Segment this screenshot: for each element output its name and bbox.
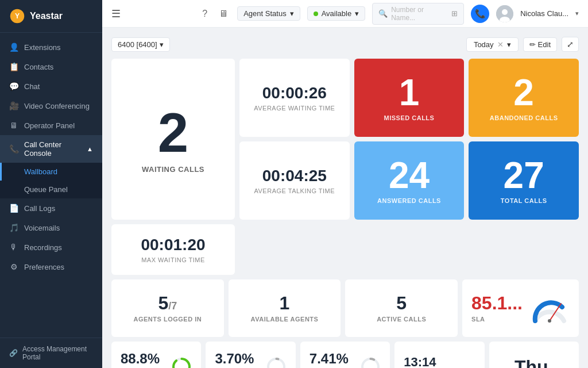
answered-calls-card: 24 ANSWERED CALLS	[354, 141, 465, 220]
sidebar-item-voicemails[interactable]: 🎵 Voicemails	[0, 218, 102, 237]
sidebar-label-callcenter: Call Center Console	[24, 140, 81, 158]
sidebar-item-queue-panel[interactable]: Queue Panel	[0, 181, 102, 198]
ext-arrow-icon: ▾	[160, 40, 164, 49]
abandoned-calls-number: 2	[513, 74, 534, 111]
svg-point-11	[362, 359, 378, 368]
agents-logged-in-label: AGENTS LOGGED IN	[134, 316, 202, 323]
date-arrow-icon: ▾	[507, 40, 511, 49]
topbar: ☰ ? 🖥 Agent Status ▾ Available ▾ 🔍 Numbe…	[102, 0, 588, 28]
contacts-icon: 📋	[9, 62, 18, 71]
date-clear-icon: ✕	[497, 40, 504, 49]
sidebar-item-extensions[interactable]: 👤 Extensions	[0, 37, 102, 57]
sidebar-item-recordings[interactable]: 🎙 Recordings	[0, 237, 102, 257]
access-management-portal[interactable]: 🔗 Access Management Portal	[0, 338, 102, 368]
search-box[interactable]: 🔍 Number or Name... ⊞	[372, 3, 464, 25]
metrics-row: 88.8% ANSWERED RATE 3.70% MISSED RATE	[111, 342, 579, 368]
sidebar-item-preferences[interactable]: ⚙ Preferences	[0, 257, 102, 277]
video-icon: 🎥	[9, 101, 18, 110]
active-calls-card: 5 ACTIVE CALLS	[345, 279, 458, 337]
monitor-icon[interactable]: 🖥	[216, 6, 230, 21]
operator-icon: 🖥	[9, 121, 18, 130]
portal-icon: 🔗	[9, 349, 18, 357]
call-center-submenu: Wallboard Queue Panel	[0, 163, 102, 198]
sla-card: 85.1... SLA	[462, 279, 579, 337]
sidebar-item-chat[interactable]: 💬 Chat	[0, 76, 102, 96]
avg-talking-label: AVERAGE TALKING TIME	[254, 187, 335, 194]
sidebar-item-call-center[interactable]: 📞 Call Center Console ▲	[0, 135, 102, 163]
day-card: Thu.	[489, 342, 579, 368]
abandoned-calls-label: ABANDONED CALLS	[490, 114, 558, 121]
available-agents-label: AVAILABLE AGENTS	[251, 316, 319, 323]
max-waiting-value: 00:01:20	[141, 236, 205, 254]
day-label: Thu.	[514, 356, 554, 369]
sidebar-item-call-logs[interactable]: 📄 Call Logs	[0, 198, 102, 218]
voicemail-icon: 🎵	[9, 223, 18, 232]
recordings-icon: 🎙	[9, 243, 18, 252]
sidebar-label-video: Video Conferencing	[24, 102, 90, 110]
svg-point-9	[268, 359, 284, 368]
active-calls-value: 5	[396, 294, 407, 312]
logo-icon: Y	[9, 8, 25, 24]
max-waiting-label: MAX WAITING TIME	[141, 256, 205, 263]
avg-waiting-value: 00:00:26	[262, 84, 327, 102]
extension-selector[interactable]: 6400 [6400] ▾	[111, 37, 170, 52]
max-waiting-time-card: 00:01:20 MAX WAITING TIME	[111, 224, 235, 275]
edit-pencil-icon: ✏	[529, 40, 536, 49]
extensions-icon: 👤	[9, 43, 18, 52]
datetime-card: 13:14 05/13/2021	[394, 342, 484, 368]
extension-value: 6400 [6400]	[118, 40, 157, 49]
bottom-stats: 5/7 AGENTS LOGGED IN 1 AVAILABLE AGENTS …	[111, 279, 579, 337]
waiting-calls-card: 2 WAITING CALLS	[111, 59, 235, 220]
svg-point-3	[502, 9, 508, 15]
sidebar-label-extensions: Extensions	[24, 43, 61, 52]
waiting-calls-number: 2	[158, 105, 188, 160]
avail-arrow-icon: ▾	[355, 9, 359, 18]
sla-value: 85.1...	[471, 294, 523, 312]
sidebar-item-operator-panel[interactable]: 🖥 Operator Panel	[0, 116, 102, 135]
sidebar-label-chat: Chat	[24, 82, 40, 91]
sidebar-label-voicemails: Voicemails	[24, 224, 60, 232]
sidebar-item-video-conferencing[interactable]: 🎥 Video Conferencing	[0, 96, 102, 116]
call-logs-icon: 📄	[9, 204, 18, 213]
wallboard-actions: Today ✕ ▾ ✏ Edit ⤢	[466, 37, 579, 52]
date-filter[interactable]: Today ✕ ▾	[466, 37, 519, 52]
edit-button[interactable]: ✏ Edit	[523, 37, 557, 52]
dropdown-arrow-icon: ▾	[290, 9, 294, 18]
sidebar-label-preferences: Preferences	[24, 263, 64, 271]
callcenter-icon: 📞	[9, 144, 18, 154]
menu-toggle-icon[interactable]: ☰	[111, 7, 121, 20]
user-arrow-icon: ▾	[575, 10, 579, 17]
svg-text:Y: Y	[15, 12, 20, 20]
availability-label: Available	[322, 9, 352, 18]
missed-calls-number: 1	[399, 74, 420, 111]
brand-name: Yeastar	[30, 11, 63, 21]
agent-status-label: Agent Status	[243, 9, 286, 18]
edit-label: Edit	[538, 40, 551, 49]
username[interactable]: Nicolas Clau...	[520, 9, 568, 18]
phone-button[interactable]: 📞	[471, 5, 489, 23]
sidebar-label-calllogs: Call Logs	[24, 204, 55, 213]
missed-rate-card: 3.70% MISSED RATE	[206, 342, 295, 368]
wallboard-header: 6400 [6400] ▾ Today ✕ ▾ ✏ Edit ⤢	[111, 37, 579, 52]
abandon-rate-gauge	[360, 356, 381, 368]
answered-rate-card: 88.8% ANSWERED RATE	[111, 342, 201, 368]
svg-point-6	[548, 319, 551, 323]
sidebar-label-contacts: Contacts	[24, 63, 53, 71]
answered-rate-gauge	[171, 356, 192, 368]
availability-dropdown[interactable]: Available ▾	[307, 6, 366, 21]
content-area: 6400 [6400] ▾ Today ✕ ▾ ✏ Edit ⤢ 2	[102, 28, 588, 368]
logo: Y Yeastar	[0, 0, 102, 33]
sidebar-item-wallboard[interactable]: Wallboard	[0, 163, 102, 181]
keypad-icon: ⊞	[451, 9, 458, 18]
agents-logged-in-card: 5/7 AGENTS LOGGED IN	[111, 279, 224, 337]
portal-label: Access Management Portal	[22, 345, 93, 361]
expand-button[interactable]: ⤢	[562, 37, 579, 52]
missed-calls-label: MISSED CALLS	[384, 114, 435, 121]
help-icon[interactable]: ?	[200, 6, 210, 21]
answered-calls-number: 24	[389, 157, 430, 194]
preferences-icon: ⚙	[9, 262, 18, 271]
answered-calls-label: ANSWERED CALLS	[377, 197, 441, 204]
available-agents-card: 1 AVAILABLE AGENTS	[229, 279, 341, 337]
sidebar-item-contacts[interactable]: 📋 Contacts	[0, 57, 102, 76]
agent-status-dropdown[interactable]: Agent Status ▾	[237, 6, 300, 21]
